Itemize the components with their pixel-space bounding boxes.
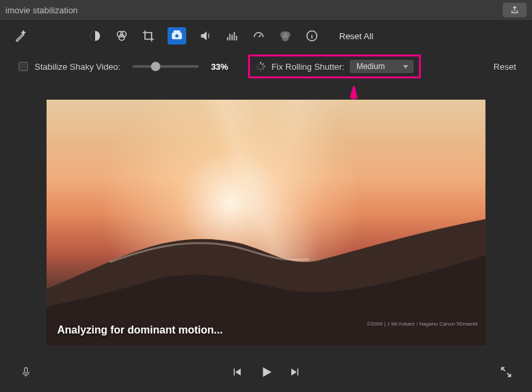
fix-rolling-label: Fix Rolling Shutter: [271, 62, 344, 72]
fullscreen-icon[interactable] [499, 365, 513, 379]
stabilization-icon[interactable] [168, 27, 186, 45]
svg-point-2 [120, 31, 126, 37]
svg-line-16 [258, 68, 259, 69]
svg-line-14 [262, 68, 263, 69]
speed-icon[interactable] [251, 29, 266, 43]
reset-button[interactable]: Reset [493, 62, 516, 72]
video-preview: Analyzing for dominant motion... ©2009 |… [47, 100, 485, 345]
fix-rolling-shutter-group: Fix Rolling Shutter: Medium [248, 54, 421, 78]
svg-point-9 [282, 35, 289, 41]
svg-line-18 [258, 64, 259, 65]
stabilize-checkbox[interactable] [19, 62, 28, 71]
prev-icon[interactable] [229, 365, 244, 379]
inspector-icons [88, 27, 319, 45]
image-watermark: ©2009 | J McYukare / Nagano Canon 5Dmark… [367, 321, 477, 327]
svg-point-3 [119, 35, 124, 40]
share-button[interactable] [503, 3, 527, 17]
fix-rolling-value: Medium [356, 62, 385, 71]
reset-all-button[interactable]: Reset All [339, 31, 373, 41]
volume-icon[interactable] [198, 29, 213, 43]
magic-wand-icon[interactable] [13, 29, 28, 43]
crop-icon[interactable] [141, 29, 156, 43]
analyzing-status: Analyzing for dominant motion... [57, 324, 223, 336]
playback-controls [229, 365, 303, 379]
play-icon[interactable] [259, 365, 273, 379]
info-icon[interactable] [305, 29, 319, 43]
playback-bar [0, 352, 532, 392]
next-icon[interactable] [288, 365, 303, 379]
stabilize-percent: 33% [211, 62, 241, 72]
svg-rect-20 [25, 367, 28, 373]
fix-rolling-dropdown[interactable]: Medium [350, 60, 414, 73]
stabilization-controls: Stabilize Shaky Video: 33% Fix Rolling S… [0, 52, 532, 81]
color-correction-icon[interactable] [114, 29, 129, 43]
share-icon [510, 5, 519, 15]
svg-point-6 [176, 35, 179, 38]
color-filter-icon[interactable] [278, 29, 293, 43]
svg-rect-5 [174, 31, 180, 33]
svg-line-12 [262, 64, 263, 65]
spinner-icon [255, 61, 266, 72]
inspector-toolbar: Reset All [0, 20, 532, 52]
slider-thumb[interactable] [151, 62, 160, 71]
window-title: imovie stabilization [5, 5, 78, 15]
stabilize-label: Stabilize Shaky Video: [35, 62, 120, 72]
titlebar: imovie stabilization [0, 0, 532, 20]
equalizer-icon[interactable] [225, 29, 239, 43]
stabilize-slider[interactable] [132, 65, 199, 68]
color-balance-icon[interactable] [88, 29, 102, 43]
voiceover-icon[interactable] [19, 365, 33, 379]
